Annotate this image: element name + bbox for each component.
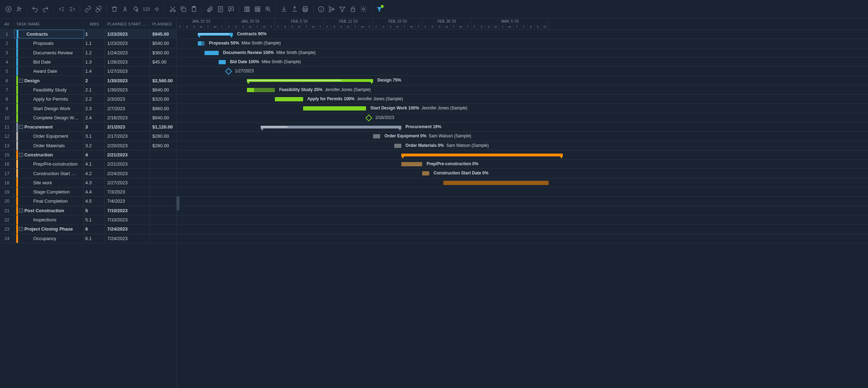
table-row[interactable]: 4Bid Date1.31/26/2023$45.00 [0,58,176,67]
gantt-row[interactable]: Procurement 19% [177,123,868,132]
cell-name[interactable]: −Procurement [14,123,84,131]
cell-name[interactable]: Documents Review [14,48,84,57]
cell-start[interactable]: 7/3/2023 [105,187,150,196]
table-row[interactable]: 24Occupancy6.17/24/2023 [0,234,176,243]
table-row[interactable]: 12Order Equipment3.12/17/2023$280.00 [0,132,176,141]
table-row[interactable]: 16Prep/Pre-construction4.12/21/2023 [0,160,176,169]
cell-start[interactable]: 7/24/2023 [105,225,150,233]
cell-start[interactable]: 7/10/2023 [105,215,150,224]
numbering-label[interactable]: 123 [141,7,151,12]
copy-icon[interactable] [178,4,188,14]
milestone-marker[interactable] [366,114,373,121]
cell-wbs[interactable]: 4.1 [84,160,105,168]
col-header-wbs[interactable]: WBS [84,22,105,26]
gantt-row[interactable]: Prep/Pre-construction 0% [177,160,868,169]
cell-name[interactable]: Start Design Work [14,104,84,113]
cell-start[interactable]: 2/1/2023 [105,123,150,131]
cell-cost[interactable] [150,178,176,187]
cell-start[interactable]: 2/21/2023 [105,160,150,168]
active-filter-icon[interactable] [374,4,384,14]
table-row[interactable]: 9Start Design Work2.32/7/2023$960.00 [0,104,176,113]
summary-bar[interactable] [261,126,401,129]
cell-start[interactable]: 1/30/2023 [105,85,150,94]
gantt-row[interactable]: Documents Review 100% Mike Smith (Sample… [177,48,868,58]
add-icon[interactable] [4,4,13,14]
gantt-row[interactable]: Feasibility Study 25% Jennifer Jones (Sa… [177,85,868,95]
task-bar[interactable] [219,60,226,64]
comment-icon[interactable] [226,4,236,14]
import-icon[interactable] [279,4,289,14]
notes-icon[interactable] [215,4,225,14]
cell-wbs[interactable]: 4.3 [84,178,105,187]
cell-cost[interactable]: $945.00 [150,30,176,38]
summary-bar[interactable] [198,33,233,36]
lock-icon[interactable] [348,4,358,14]
cell-cost[interactable] [150,215,176,224]
col-header-name[interactable]: TASK NAME [14,22,84,26]
cell-cost[interactable]: $45.00 [150,58,176,66]
table-row[interactable]: 1Contracts11/23/2023$945.00 [0,30,176,39]
cell-start[interactable]: 2/24/2023 [105,169,150,178]
cell-name[interactable]: Prep/Pre-construction [14,160,84,168]
table-row[interactable]: 23−Project Closing Phase67/24/2023 [0,225,176,234]
gantt-row[interactable] [177,225,868,234]
cell-name[interactable]: Final Completion [14,197,84,205]
indent-icon[interactable] [67,4,77,14]
gantt-row[interactable]: Bid Date 100% Mike Smith (Sample) [177,58,868,67]
cell-start[interactable]: 1/26/2023 [105,58,150,66]
cell-wbs[interactable]: 2 [84,76,105,85]
table-row[interactable]: 5Award Date1.41/27/2023 [0,67,176,76]
cell-cost[interactable] [150,187,176,196]
table-row[interactable]: 19Stage Completion4.47/3/2023 [0,187,176,197]
cell-cost[interactable]: $2,560.00 [150,76,176,85]
cell-wbs[interactable]: 1.1 [84,39,105,48]
unlink-icon[interactable] [94,4,104,14]
cell-wbs[interactable]: 6.1 [84,234,105,243]
task-bar[interactable] [275,97,303,101]
cell-start[interactable]: 7/10/2023 [105,206,150,215]
cell-cost[interactable]: $280.00 [150,132,176,141]
cell-name[interactable]: Inspections [14,215,84,224]
gantt-row[interactable] [177,178,868,187]
cell-wbs[interactable]: 1.3 [84,58,105,66]
cell-name[interactable]: Proposals [14,39,84,48]
filter-icon[interactable] [337,4,347,14]
collapse-icon[interactable]: − [19,209,23,213]
task-bar[interactable] [422,171,429,175]
cut-icon[interactable] [168,4,178,14]
splitter[interactable] [177,18,179,388]
cell-cost[interactable] [150,150,176,159]
table-row[interactable]: 18Site work4.32/27/2023 [0,178,176,187]
task-bar[interactable] [205,51,219,55]
cell-name[interactable]: Stage Completion [14,187,84,196]
cell-start[interactable]: 1/23/2023 [105,39,150,48]
table-row[interactable]: 20Final Completion4.57/4/2023 [0,197,176,206]
collapse-icon[interactable]: − [19,153,23,157]
cell-name[interactable]: Occupancy [14,234,84,243]
cell-wbs[interactable]: 1.4 [84,67,105,76]
cell-cost[interactable] [150,225,176,233]
assign-icon[interactable] [14,4,24,14]
gantt-row[interactable] [177,197,868,206]
task-bar[interactable] [443,181,549,185]
col-header-num[interactable]: All [0,22,14,26]
table-row[interactable]: 15−Construction42/21/2023 [0,150,176,160]
table-row[interactable]: 21−Post Construction57/10/2023 [0,206,176,215]
cell-cost[interactable] [150,169,176,178]
cell-name[interactable]: −Design [14,76,84,85]
cell-name[interactable]: −Post Construction [14,206,84,215]
cell-wbs[interactable]: 4.2 [84,169,105,178]
gantt-row[interactable] [177,215,868,225]
milestone-icon[interactable] [152,4,162,14]
cell-cost[interactable] [150,206,176,215]
cell-name[interactable]: Construction Start … [14,169,84,178]
undo-icon[interactable] [30,4,40,14]
cell-name[interactable]: Contracts [14,30,84,38]
cell-start[interactable]: 2/17/2023 [105,132,150,141]
col-header-cost[interactable]: PLANNED [150,22,176,26]
table-row[interactable]: 22Inspections5.17/10/2023 [0,215,176,225]
col-header-start[interactable]: PLANNED START … [105,22,150,26]
cell-name[interactable]: Bid Date [14,58,84,66]
cell-start[interactable]: 2/16/2023 [105,113,150,122]
cell-wbs[interactable]: 1.2 [84,48,105,57]
